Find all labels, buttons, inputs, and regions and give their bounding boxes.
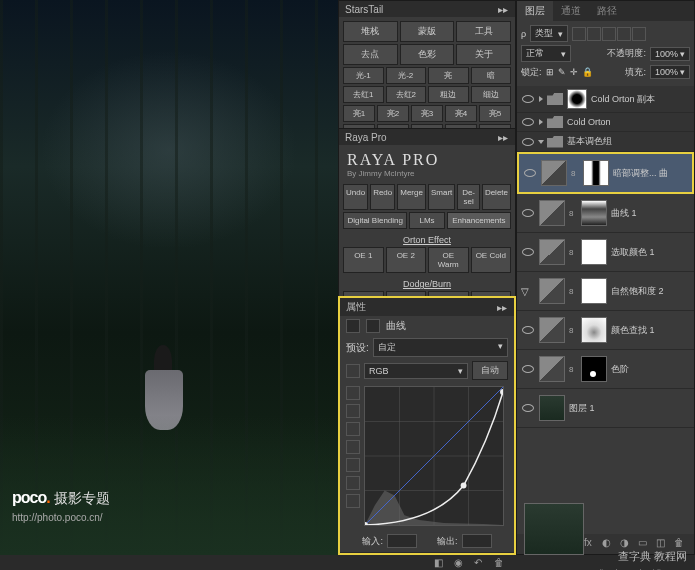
smart-button[interactable]: Smart — [428, 184, 455, 210]
adjustment-thumb[interactable] — [539, 239, 565, 265]
st-mask-button[interactable]: 蒙版 — [400, 21, 455, 42]
visibility-toggle[interactable] — [521, 402, 535, 414]
filter-pixel-icon[interactable] — [572, 27, 586, 41]
lms-button[interactable]: LMs — [409, 212, 444, 229]
black-point-tool[interactable] — [346, 458, 360, 472]
visibility-toggle[interactable] — [521, 246, 535, 258]
st-dered1-button[interactable]: 去红1 — [343, 86, 384, 103]
st-thin-button[interactable]: 细边 — [471, 86, 512, 103]
lock-pos-icon[interactable]: ✛ — [570, 67, 578, 77]
tab-paths[interactable]: 路径 — [589, 1, 625, 21]
st-b1-button[interactable]: 亮1 — [343, 105, 375, 122]
adjustment-thumb[interactable] — [541, 160, 567, 186]
visibility-toggle[interactable] — [521, 363, 535, 375]
expand-icon[interactable] — [539, 96, 543, 102]
filter-smart-icon[interactable] — [632, 27, 646, 41]
mask-icon[interactable]: ◐ — [602, 537, 616, 551]
layer-item[interactable]: 8 暗部调整... 曲 — [517, 152, 694, 194]
redo-button[interactable]: Redo — [370, 184, 395, 210]
trash-icon[interactable]: 🗑 — [494, 557, 508, 570]
white-point-tool[interactable] — [346, 494, 360, 508]
enhancements-button[interactable]: Enhancements — [447, 212, 511, 229]
expand-icon[interactable] — [538, 140, 544, 144]
st-despot-button[interactable]: 去点 — [343, 44, 398, 65]
auto-button[interactable]: 自动 — [472, 361, 508, 380]
filter-shape-icon[interactable] — [617, 27, 631, 41]
link-icon[interactable]: 8 — [569, 287, 577, 296]
layer-group[interactable]: Cold Orton — [517, 113, 694, 132]
st-thick-button[interactable]: 粗边 — [428, 86, 469, 103]
opacity-field[interactable]: 100%▾ — [650, 47, 690, 61]
st-light2-button[interactable]: 光-2 — [386, 67, 427, 84]
adjustment-thumb[interactable] — [539, 200, 565, 226]
adjustment-thumb[interactable] — [539, 317, 565, 343]
pencil-tool[interactable] — [346, 422, 360, 436]
st-about-button[interactable]: 关于 — [456, 44, 511, 65]
filter-adj-icon[interactable] — [587, 27, 601, 41]
visibility-toggle[interactable] — [521, 93, 535, 105]
desel-button[interactable]: De-sel — [457, 184, 480, 210]
collapse-icon[interactable]: ▸▸ — [497, 3, 509, 15]
visibility-toggle[interactable] — [521, 116, 535, 128]
view-icon[interactable]: ◉ — [454, 557, 468, 570]
collapse-icon[interactable]: ▸▸ — [496, 301, 508, 313]
oecold-button[interactable]: OE Cold — [471, 247, 512, 273]
adjustment-thumb[interactable] — [539, 278, 565, 304]
st-dered2-button[interactable]: 去红2 — [386, 86, 427, 103]
visibility-toggle[interactable] — [521, 136, 535, 148]
collapse-icon[interactable]: ▸▸ — [497, 131, 509, 143]
channel-icon[interactable] — [346, 364, 360, 378]
oe2-button[interactable]: OE 2 — [386, 247, 427, 273]
layer-item[interactable]: 8 色阶 — [517, 350, 694, 389]
oe1-button[interactable]: OE 1 — [343, 247, 384, 273]
lock-pixel-icon[interactable]: ✎ — [558, 67, 566, 77]
digital-blending-button[interactable]: Digital Blending — [343, 212, 407, 229]
bottom-layer-thumb[interactable] — [524, 503, 584, 555]
layer-mask-thumb[interactable] — [581, 278, 607, 304]
blend-dropdown[interactable]: 正常▾ — [521, 45, 571, 62]
undo-button[interactable]: Undo — [343, 184, 368, 210]
layer-item[interactable]: 图层 1 — [517, 389, 694, 428]
reset-icon[interactable]: ↶ — [474, 557, 488, 570]
link-icon[interactable]: 8 — [571, 169, 579, 178]
kind-dropdown[interactable]: 类型▾ — [530, 25, 568, 42]
layer-item[interactable]: 8 颜色查找 1 — [517, 311, 694, 350]
preset-dropdown[interactable]: 自定▾ — [373, 338, 508, 357]
sample-tool[interactable] — [346, 386, 360, 400]
delete-button[interactable]: Delete — [482, 184, 511, 210]
link-icon[interactable]: 8 — [569, 326, 577, 335]
st-b4-button[interactable]: 亮4 — [445, 105, 477, 122]
visibility-toggle[interactable] — [521, 324, 535, 336]
layer-item[interactable]: 8 曲线 1 — [517, 194, 694, 233]
fx-icon[interactable]: fx — [584, 537, 598, 551]
layer-mask-thumb[interactable] — [581, 317, 607, 343]
layer-group[interactable]: 基本调色组 — [517, 132, 694, 152]
layer-mask-thumb[interactable] — [567, 89, 587, 109]
visibility-toggle[interactable] — [523, 167, 537, 179]
merge-button[interactable]: Merge — [397, 184, 426, 210]
layer-mask-thumb[interactable] — [581, 239, 607, 265]
st-bright-button[interactable]: 亮 — [428, 67, 469, 84]
layer-group[interactable]: Cold Orton 副本 — [517, 86, 694, 113]
st-b5-button[interactable]: 亮5 — [479, 105, 511, 122]
layer-item[interactable]: ▽ 8 自然饱和度 2 — [517, 272, 694, 311]
tab-layers[interactable]: 图层 — [517, 1, 553, 21]
link-icon[interactable]: 8 — [569, 365, 577, 374]
clip-icon[interactable]: ◧ — [434, 557, 448, 570]
st-light1-button[interactable]: 光-1 — [343, 67, 384, 84]
image-thumb[interactable] — [539, 395, 565, 421]
filter-type-icon[interactable] — [602, 27, 616, 41]
lock-trans-icon[interactable]: ⊞ — [546, 67, 554, 77]
st-tools-button[interactable]: 工具 — [456, 21, 511, 42]
edit-tool[interactable] — [346, 404, 360, 418]
smooth-tool[interactable] — [346, 440, 360, 454]
oewarm-button[interactable]: OE Warm — [428, 247, 469, 273]
st-b2-button[interactable]: 亮2 — [377, 105, 409, 122]
input-field[interactable] — [387, 534, 417, 548]
gray-point-tool[interactable] — [346, 476, 360, 490]
st-stack-button[interactable]: 堆栈 — [343, 21, 398, 42]
link-icon[interactable]: 8 — [569, 209, 577, 218]
output-field[interactable] — [462, 534, 492, 548]
visibility-toggle[interactable]: ▽ — [521, 286, 535, 297]
st-b3-button[interactable]: 亮3 — [411, 105, 443, 122]
